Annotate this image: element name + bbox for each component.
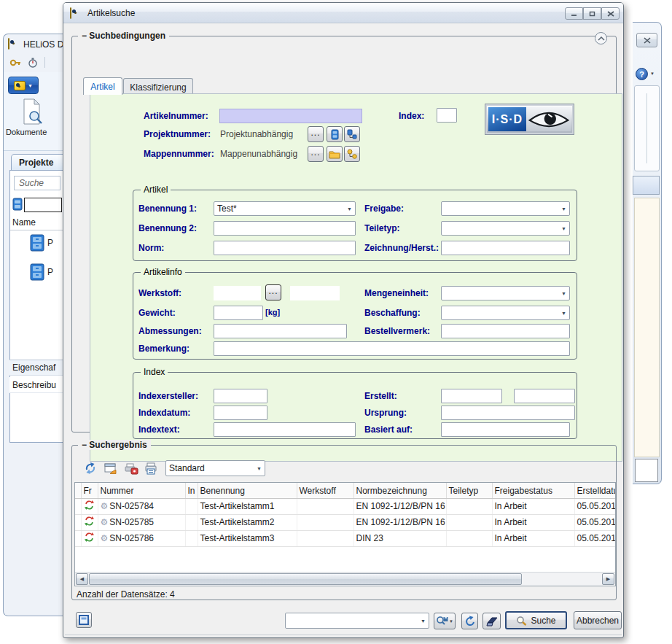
export-results-button[interactable] [103, 460, 119, 476]
bestellvermerk-input[interactable] [441, 324, 570, 338]
cell-erstelldatum: 05.05.2015 [574, 498, 615, 514]
tab-eigenschaften[interactable]: Eigenschaf [9, 360, 63, 376]
benennung2-input[interactable] [214, 221, 356, 236]
collapse-minus-icon[interactable]: − [82, 31, 87, 41]
result-view-combo[interactable]: Standard▼ [165, 460, 265, 476]
erstellt-input-bis[interactable] [514, 389, 575, 403]
column-header-nummer[interactable]: Nummer [98, 483, 185, 498]
projekt-structure-button[interactable] [344, 126, 360, 142]
folder-icon [329, 150, 340, 159]
chevron-up-icon [598, 36, 605, 41]
name-column-header[interactable]: Name [12, 217, 36, 228]
index-input[interactable] [437, 108, 457, 123]
werkstoff-browse-button[interactable]: ... [265, 284, 281, 300]
key-icon[interactable] [9, 57, 22, 70]
document-search-icon[interactable] [21, 98, 43, 127]
tab-beschreibung[interactable]: Beschreibu [9, 377, 63, 393]
scroll-left-button[interactable]: ◀ [76, 573, 88, 585]
benennung1-label: Benennung 1: [138, 203, 197, 214]
erstellt-input-von[interactable] [441, 389, 502, 403]
scroll-right-button[interactable]: ▶ [602, 573, 614, 585]
artikelnummer-input[interactable] [219, 109, 362, 123]
clear-fields-button[interactable] [482, 613, 501, 629]
close-button[interactable] [636, 33, 657, 47]
teiletyp-combo[interactable]: ▼ [441, 221, 570, 236]
zeichnung-input[interactable] [441, 241, 570, 255]
basiert-auf-input[interactable] [441, 422, 570, 437]
indexdatum-input[interactable] [214, 406, 267, 420]
application-menu-button[interactable]: ▼ [8, 77, 39, 94]
background-window-title: HELiOS D [23, 39, 63, 50]
splitter-handle[interactable]: · · · [335, 433, 354, 440]
cell-benennung: Test-Artikelstamm1 [198, 498, 297, 514]
abbrechen-button[interactable]: Abbrechen [574, 611, 622, 629]
table-row[interactable]: ⚙SN-025786 Test-Artikelstamm3 DIN 23 In … [75, 530, 615, 546]
dialog-titlebar[interactable]: Artikelsuche [63, 3, 623, 23]
column-header-werkstoff[interactable]: Werkstoff [297, 483, 353, 498]
list-item[interactable]: P [30, 263, 53, 281]
collapse-panel-button[interactable] [595, 32, 607, 44]
maximize-button[interactable] [583, 7, 601, 20]
mengeneinheit-combo[interactable]: ▼ [441, 286, 570, 300]
dokumente-ribbon-button[interactable]: Dokumente [6, 128, 63, 136]
column-header-teiletyp[interactable]: Teiletyp [446, 483, 492, 498]
status-cell-fragment [635, 459, 658, 482]
suche-button[interactable]: Suche [505, 611, 567, 629]
help-icon[interactable]: ? [636, 68, 648, 80]
cell-nummer: SN-025786 [109, 533, 154, 543]
indexersteller-input[interactable] [214, 389, 267, 403]
scrollbar-thumb[interactable] [89, 573, 522, 585]
horizontal-scrollbar[interactable]: ◀ ▶ [75, 572, 615, 586]
beschaffung-combo[interactable]: ▼ [441, 306, 570, 320]
table-row[interactable]: ⚙SN-025784 Test-Artikelstamm1 EN 1092-1/… [75, 498, 615, 514]
freigabe-combo[interactable]: ▼ [441, 201, 570, 216]
project-filter-input[interactable] [24, 198, 62, 212]
mappe-structure-button[interactable] [344, 146, 360, 162]
chevron-down-icon: ▼ [561, 226, 566, 231]
list-item[interactable]: P [30, 234, 53, 252]
minimize-button[interactable] [565, 7, 583, 20]
collapse-minus-icon[interactable]: − [82, 440, 87, 450]
tab-fragment [633, 176, 660, 195]
refresh-results-button[interactable] [82, 460, 98, 476]
column-header-in[interactable]: In [185, 483, 198, 498]
bemerkung-input[interactable] [214, 341, 570, 356]
stopwatch-icon[interactable] [28, 58, 38, 70]
search-input[interactable]: Suche [14, 176, 60, 190]
close-button[interactable] [601, 7, 620, 20]
werkstoff-input-1[interactable] [214, 286, 261, 300]
werkstoff-input-2[interactable] [290, 286, 340, 300]
mappennummer-value: Mappenunabhängig [220, 149, 297, 159]
projekt-browse-button[interactable]: ... [308, 126, 324, 142]
print-report-button[interactable] [123, 460, 139, 476]
benennung1-combo[interactable]: Test*▼ [214, 201, 356, 216]
column-header-benennung[interactable]: Benennung [198, 483, 297, 498]
mappe-folder-button[interactable] [327, 146, 343, 162]
column-header-normbezeichnung[interactable]: Normbezeichnung [353, 483, 446, 498]
cell-werkstoff [297, 530, 353, 546]
abmessungen-input[interactable] [214, 324, 347, 338]
save-search-button[interactable]: ▼ [434, 613, 456, 629]
window-icon [79, 615, 89, 625]
table-header-row: Fr Nummer In Benennung Werkstoff Normbez… [75, 483, 615, 498]
mappe-browse-button[interactable]: ... [308, 146, 324, 162]
tab-projekte[interactable]: Projekte [11, 154, 63, 171]
dialog-mode-button[interactable] [76, 612, 92, 628]
scroll-right-icon: ▶ [606, 576, 610, 582]
chevron-down-icon[interactable]: ▼ [650, 71, 655, 76]
column-header-freigabestatus[interactable]: Freigabestatus [492, 483, 574, 498]
gewicht-input[interactable] [214, 306, 263, 320]
print-list-button[interactable] [144, 460, 160, 476]
table-row[interactable]: ⚙SN-025785 Test-Artikelstamm2 EN 1092-1/… [75, 514, 615, 530]
reset-search-button[interactable] [461, 613, 478, 629]
column-header-erstelldatum[interactable]: Erstelldatu [574, 483, 615, 498]
chevron-down-icon: ▼ [257, 466, 262, 471]
chevron-down-icon: ▼ [449, 619, 453, 624]
projekt-server-button[interactable] [327, 126, 343, 142]
saved-search-combo[interactable]: ▼ [285, 613, 429, 629]
column-header-fr[interactable]: Fr [81, 483, 98, 498]
ursprung-input[interactable] [441, 406, 575, 420]
tab-artikel[interactable]: Artikel [83, 77, 122, 95]
erstellt-label: Erstellt: [364, 391, 397, 401]
norm-input[interactable] [214, 241, 356, 255]
